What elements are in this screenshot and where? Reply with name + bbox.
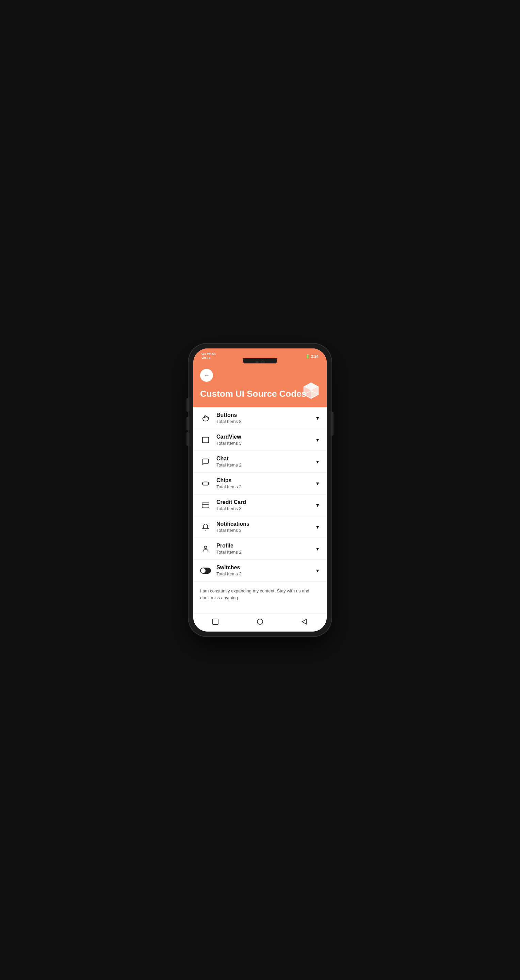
svg-point-16 xyxy=(257,619,263,624)
phone-frame: VoLTE 4G VoLTE 🔋 2:24 ← xyxy=(189,344,331,636)
item-text-credit-card: Credit Card Total Items 3 xyxy=(216,499,315,511)
back-arrow-icon: ← xyxy=(204,372,210,379)
chevron-down-chat: ▼ xyxy=(315,459,320,465)
item-title-profile: Profile xyxy=(216,543,315,549)
touch-icon xyxy=(200,413,211,424)
svg-rect-9 xyxy=(202,482,208,485)
svg-rect-10 xyxy=(202,503,209,508)
item-subtitle-chips: Total Items 2 xyxy=(216,484,315,489)
svg-marker-17 xyxy=(302,619,306,624)
nav-back-button[interactable] xyxy=(300,617,309,626)
item-title-switches: Switches xyxy=(216,565,315,571)
item-title-chat: Chat xyxy=(216,456,315,462)
chevron-down-profile: ▼ xyxy=(315,546,320,552)
credit-card-icon xyxy=(200,500,211,511)
status-left: VoLTE 4G VoLTE xyxy=(202,353,216,360)
item-text-notifications: Notifications Total Items 3 xyxy=(216,521,315,533)
item-text-profile: Profile Total Items 2 xyxy=(216,543,315,555)
item-subtitle-notifications: Total Items 3 xyxy=(216,528,315,533)
item-title-buttons: Buttons xyxy=(216,412,315,418)
svg-point-12 xyxy=(204,546,207,548)
list-item-buttons[interactable]: Buttons Total Items 8 ▼ xyxy=(193,407,327,429)
nav-bar xyxy=(193,614,327,632)
item-subtitle-chat: Total Items 2 xyxy=(216,463,315,468)
chevron-down-credit-card: ▼ xyxy=(315,503,320,508)
square-nav-icon xyxy=(211,618,219,625)
cube-icon xyxy=(302,382,320,401)
item-text-buttons: Buttons Total Items 8 xyxy=(216,412,315,424)
footer-text: I am constantly expanding my content, St… xyxy=(193,582,327,607)
triangle-nav-icon xyxy=(301,618,309,625)
item-subtitle-cardview: Total Items 5 xyxy=(216,441,315,446)
back-button[interactable]: ← xyxy=(200,369,213,382)
circle-nav-icon xyxy=(256,618,264,625)
svg-rect-8 xyxy=(202,437,208,443)
list-item-profile[interactable]: Profile Total Items 2 ▼ xyxy=(193,538,327,560)
chevron-down-switches: ▼ xyxy=(315,568,320,573)
chat-icon xyxy=(200,456,211,467)
list-item-credit-card[interactable]: Credit Card Total Items 3 ▼ xyxy=(193,495,327,516)
chevron-down-chips: ▼ xyxy=(315,481,320,486)
item-title-chips: Chips xyxy=(216,477,315,484)
list-item-chips[interactable]: Chips Total Items 2 ▼ xyxy=(193,473,327,495)
chevron-down-cardview: ▼ xyxy=(315,437,320,443)
battery-icon: 🔋 xyxy=(305,354,310,359)
profile-icon xyxy=(200,543,211,554)
list-item-switches[interactable]: Switches Total Items 3 ▼ xyxy=(193,560,327,582)
item-title-cardview: CardView xyxy=(216,434,315,440)
notch-dot xyxy=(256,361,258,363)
list-item-chat[interactable]: Chat Total Items 2 ▼ xyxy=(193,451,327,473)
list-item-notifications[interactable]: Notifications Total Items 3 ▼ xyxy=(193,516,327,538)
chevron-down-notifications: ▼ xyxy=(315,524,320,530)
item-title-notifications: Notifications xyxy=(216,521,315,527)
cube-svg xyxy=(302,382,320,399)
item-subtitle-buttons: Total Items 8 xyxy=(216,419,315,424)
bell-icon xyxy=(200,522,211,533)
nav-circle-button[interactable] xyxy=(256,617,264,626)
list-item-cardview[interactable]: CardView Total Items 5 ▼ xyxy=(193,429,327,451)
notch-area xyxy=(193,361,327,363)
item-text-cardview: CardView Total Items 5 xyxy=(216,434,315,446)
svg-point-14 xyxy=(201,568,205,573)
chips-icon xyxy=(200,478,211,489)
item-text-chat: Chat Total Items 2 xyxy=(216,456,315,468)
status-right: 🔋 2:24 xyxy=(305,354,318,359)
card-view-icon xyxy=(200,434,211,445)
nav-square-button[interactable] xyxy=(211,617,220,626)
content-list: Buttons Total Items 8 ▼ CardView Total I… xyxy=(193,407,327,614)
item-subtitle-switches: Total Items 3 xyxy=(216,571,315,576)
item-text-chips: Chips Total Items 2 xyxy=(216,477,315,489)
svg-rect-15 xyxy=(213,619,218,624)
switch-icon xyxy=(200,565,211,576)
item-title-credit-card: Credit Card xyxy=(216,499,315,505)
phone-screen: VoLTE 4G VoLTE 🔋 2:24 ← xyxy=(193,348,327,632)
header: ← Custom UI Source Codes xyxy=(193,363,327,407)
item-subtitle-profile: Total Items 2 xyxy=(216,550,315,555)
item-text-switches: Switches Total Items 3 xyxy=(216,565,315,576)
item-subtitle-credit-card: Total Items 3 xyxy=(216,506,315,511)
chevron-down-buttons: ▼ xyxy=(315,415,320,421)
